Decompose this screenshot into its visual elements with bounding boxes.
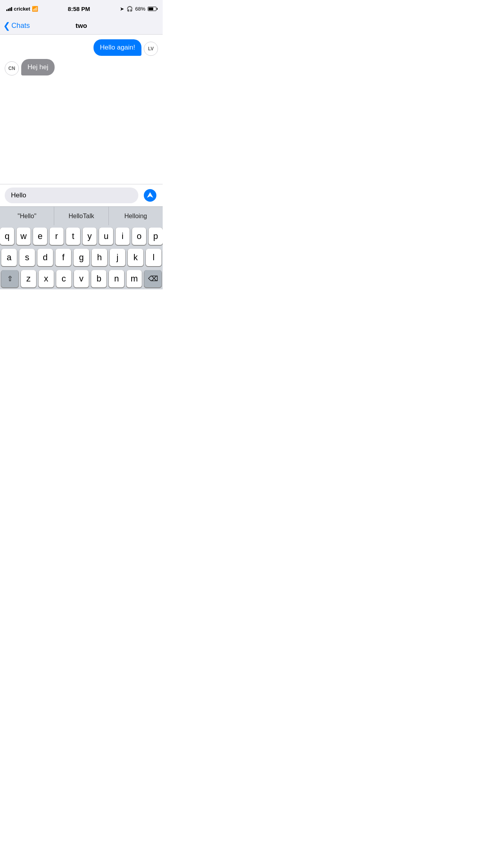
key-y[interactable]: y [83, 228, 97, 245]
shift-icon: ⇧ [7, 274, 13, 283]
autocomplete-label: HelloTalk [67, 213, 96, 220]
key-a[interactable]: a [1, 249, 17, 266]
avatar: CN [5, 61, 19, 75]
nav-title: two [75, 22, 87, 30]
key-g[interactable]: g [73, 249, 89, 266]
key-e[interactable]: e [33, 228, 47, 245]
key-l[interactable]: l [146, 249, 161, 266]
key-o[interactable]: o [132, 228, 146, 245]
message-input[interactable] [5, 188, 138, 203]
key-k[interactable]: k [128, 249, 143, 266]
input-area [0, 184, 163, 206]
back-label: Chats [11, 22, 30, 30]
key-n[interactable]: n [109, 270, 124, 287]
status-bar: cricket 📶 8:58 PM ➤ 🎧 68% [0, 0, 163, 17]
incoming-bubble: Hej hej [21, 59, 55, 75]
outgoing-bubble: Hello again! [94, 39, 141, 56]
autocomplete-label: "Hello" [16, 213, 38, 220]
location-icon: ➤ [120, 6, 124, 12]
key-u[interactable]: u [99, 228, 113, 245]
headphone-icon: 🎧 [127, 6, 133, 12]
battery-icon [148, 7, 156, 11]
key-p[interactable]: p [149, 228, 163, 245]
key-x[interactable]: x [39, 270, 54, 287]
key-m[interactable]: m [127, 270, 142, 287]
bubble-text: Hej hej [28, 63, 48, 71]
battery-percent: 68% [135, 6, 145, 12]
message-row: CN Hej hej [5, 59, 158, 75]
avatar-initials: LV [148, 46, 154, 51]
chevron-left-icon: ❮ [3, 22, 10, 30]
key-c[interactable]: c [56, 270, 72, 287]
autocomplete-item-1[interactable]: HelloTalk [54, 207, 108, 225]
key-h[interactable]: h [92, 249, 107, 266]
keyboard-row-3: ⇧ z x c v b n m ⌫ [1, 270, 161, 287]
key-b[interactable]: b [91, 270, 106, 287]
send-icon [144, 189, 156, 202]
nav-bar: ❮ Chats two [0, 17, 163, 35]
shift-key[interactable]: ⇧ [1, 270, 18, 287]
key-i[interactable]: i [116, 228, 130, 245]
message-row: Hello again! LV [5, 39, 158, 56]
key-d[interactable]: d [37, 249, 53, 266]
autocomplete-label: Helloing [123, 213, 149, 220]
key-j[interactable]: j [110, 249, 125, 266]
send-button[interactable] [142, 188, 158, 203]
backspace-key[interactable]: ⌫ [144, 270, 161, 287]
key-r[interactable]: r [50, 228, 64, 245]
back-button[interactable]: ❮ Chats [3, 22, 30, 30]
keyboard-row-1: q w e r t y u i o p [1, 228, 161, 245]
status-left: cricket 📶 [6, 6, 38, 12]
key-s[interactable]: s [19, 249, 35, 266]
key-t[interactable]: t [66, 228, 80, 245]
key-z[interactable]: z [21, 270, 36, 287]
signal-bars [6, 6, 12, 11]
autocomplete-bar: "Hello" HelloTalk Helloing [0, 206, 163, 225]
key-w[interactable]: w [17, 228, 31, 245]
avatar-initials: CN [8, 66, 15, 71]
carrier-label: cricket [14, 6, 30, 12]
key-v[interactable]: v [74, 270, 89, 287]
chat-area: Hello again! LV CN Hej hej [0, 35, 163, 184]
status-time: 8:58 PM [68, 6, 90, 12]
keyboard-row-2: a s d f g h j k l [1, 249, 161, 266]
wifi-icon: 📶 [32, 6, 38, 12]
key-f[interactable]: f [55, 249, 71, 266]
backspace-icon: ⌫ [148, 274, 158, 283]
autocomplete-item-0[interactable]: "Hello" [0, 207, 54, 225]
status-right: ➤ 🎧 68% [120, 6, 156, 12]
keyboard: q w e r t y u i o p a s d f g h j k l ⇧ … [0, 225, 163, 289]
autocomplete-item-2[interactable]: Helloing [109, 207, 163, 225]
bubble-text: Hello again! [100, 44, 135, 51]
avatar: LV [144, 42, 158, 56]
key-q[interactable]: q [0, 228, 14, 245]
